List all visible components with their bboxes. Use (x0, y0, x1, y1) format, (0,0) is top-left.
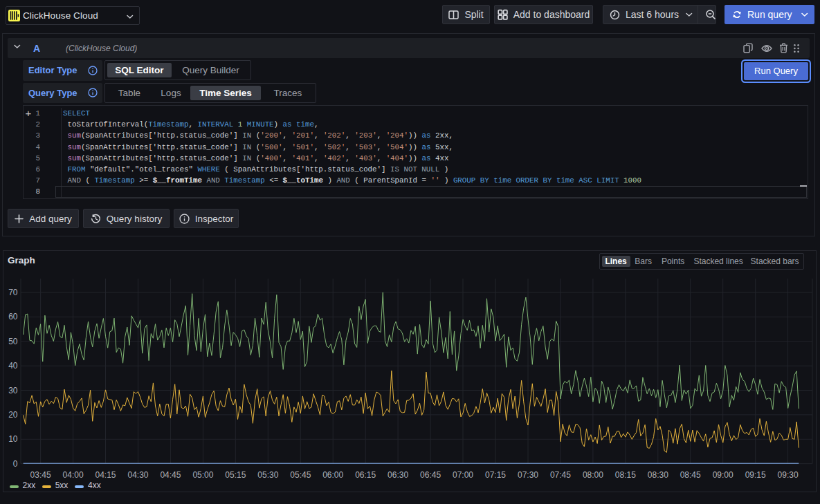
svg-text:08:00: 08:00 (583, 470, 603, 480)
svg-text:06:30: 06:30 (388, 470, 408, 480)
svg-text:05:15: 05:15 (225, 470, 246, 480)
svg-text:07:00: 07:00 (453, 470, 473, 480)
svg-text:05:30: 05:30 (257, 470, 278, 480)
svg-text:20: 20 (8, 410, 18, 420)
svg-text:04:45: 04:45 (160, 470, 181, 480)
svg-text:04:30: 04:30 (127, 470, 148, 480)
svg-text:60: 60 (8, 312, 18, 321)
svg-text:04:15: 04:15 (95, 470, 116, 480)
svg-text:06:45: 06:45 (420, 470, 441, 480)
svg-text:40: 40 (8, 361, 18, 371)
svg-text:08:45: 08:45 (680, 470, 701, 480)
svg-text:07:30: 07:30 (518, 470, 538, 480)
svg-text:70: 70 (8, 288, 18, 297)
svg-text:05:45: 05:45 (290, 470, 311, 480)
svg-text:03:45: 03:45 (30, 470, 51, 480)
svg-text:06:15: 06:15 (355, 470, 376, 480)
svg-text:50: 50 (8, 337, 18, 346)
svg-text:10: 10 (8, 434, 18, 444)
svg-text:09:30: 09:30 (778, 470, 799, 480)
svg-text:05:00: 05:00 (192, 470, 213, 480)
svg-text:09:00: 09:00 (713, 470, 734, 480)
svg-text:08:30: 08:30 (648, 470, 668, 480)
svg-text:30: 30 (8, 386, 18, 395)
svg-text:07:45: 07:45 (550, 470, 571, 480)
svg-text:08:15: 08:15 (615, 470, 636, 480)
svg-text:04:00: 04:00 (63, 470, 84, 480)
svg-text:09:15: 09:15 (745, 470, 766, 480)
svg-text:07:15: 07:15 (485, 470, 506, 480)
svg-text:06:00: 06:00 (322, 470, 343, 480)
svg-text:0: 0 (13, 459, 18, 469)
